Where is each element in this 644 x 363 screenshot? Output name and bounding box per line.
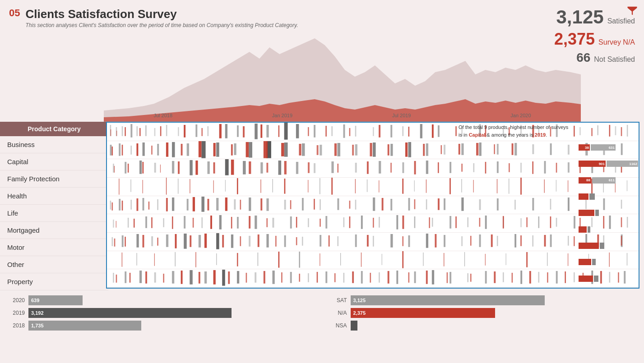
svg-rect-312 bbox=[166, 234, 168, 247]
category-item-life[interactable]: Life bbox=[0, 205, 108, 222]
svg-rect-69 bbox=[157, 144, 159, 156]
svg-rect-349 bbox=[275, 236, 277, 247]
svg-rect-186 bbox=[426, 179, 426, 193]
svg-rect-339 bbox=[114, 239, 116, 247]
svg-rect-161 bbox=[367, 161, 369, 174]
svg-rect-150 bbox=[143, 162, 144, 174]
svg-rect-310 bbox=[136, 234, 139, 248]
svg-rect-72 bbox=[201, 141, 205, 158]
svg-rect-27 bbox=[420, 124, 422, 138]
svg-rect-299 bbox=[429, 217, 430, 228]
svg-rect-379 bbox=[299, 252, 300, 268]
svg-rect-251 bbox=[349, 201, 351, 209]
svg-rect-50 bbox=[308, 127, 309, 136]
bar-fill-na: 2,375 bbox=[351, 308, 495, 318]
svg-rect-109 bbox=[299, 144, 301, 156]
svg-rect-324 bbox=[373, 236, 374, 247]
svg-rect-190 bbox=[520, 178, 522, 195]
svg-rect-315 bbox=[216, 233, 219, 249]
svg-rect-5 bbox=[122, 126, 123, 136]
time-label-jan2020: Jan 2020 bbox=[510, 113, 531, 118]
right-stat-family: 88 611 bbox=[579, 173, 642, 188]
svg-rect-181 bbox=[308, 180, 308, 193]
category-item-business[interactable]: Business bbox=[0, 136, 108, 153]
svg-rect-125 bbox=[154, 163, 156, 173]
time-series-svg bbox=[104, 34, 581, 124]
svg-rect-368 bbox=[361, 253, 361, 267]
svg-rect-6 bbox=[130, 124, 132, 138]
right-gray-bar-business: 631 bbox=[591, 144, 616, 151]
svg-rect-10 bbox=[166, 125, 167, 136]
svg-rect-134 bbox=[314, 163, 315, 173]
svg-rect-327 bbox=[426, 234, 428, 248]
svg-rect-128 bbox=[208, 161, 210, 174]
svg-rect-401 bbox=[325, 271, 327, 283]
svg-rect-428 bbox=[264, 271, 265, 284]
svg-rect-266 bbox=[308, 218, 309, 227]
svg-rect-359 bbox=[574, 236, 575, 246]
svg-rect-370 bbox=[444, 253, 444, 267]
category-item-property[interactable]: Property bbox=[0, 273, 108, 290]
svg-rect-36 bbox=[597, 125, 598, 135]
svg-rect-103 bbox=[199, 141, 202, 157]
svg-rect-183 bbox=[355, 179, 356, 193]
svg-rect-81 bbox=[355, 144, 357, 156]
svg-rect-426 bbox=[228, 271, 230, 284]
svg-rect-383 bbox=[464, 252, 465, 267]
summary-highlight-capital: Capital bbox=[469, 132, 486, 138]
svg-rect-225 bbox=[390, 199, 392, 211]
svg-rect-136 bbox=[355, 163, 357, 173]
svg-rect-210 bbox=[143, 198, 144, 211]
svg-rect-152 bbox=[178, 161, 180, 174]
svg-rect-388 bbox=[113, 273, 114, 283]
svg-rect-154 bbox=[213, 162, 215, 174]
svg-rect-322 bbox=[337, 236, 338, 246]
svg-rect-304 bbox=[550, 216, 551, 228]
svg-rect-11 bbox=[178, 127, 179, 136]
right-gray-bar-health bbox=[589, 193, 595, 200]
svg-rect-411 bbox=[503, 272, 504, 282]
svg-rect-415 bbox=[574, 272, 575, 282]
svg-rect-9 bbox=[154, 128, 156, 136]
category-item-health[interactable]: Health bbox=[0, 188, 108, 205]
bottom-bar-row-na: N/A 2,375 bbox=[331, 308, 635, 318]
right-red-bar-other bbox=[579, 259, 591, 265]
svg-rect-43 bbox=[160, 126, 162, 136]
category-item-family-protection[interactable]: Family Protection bbox=[0, 170, 108, 188]
svg-rect-121 bbox=[512, 143, 514, 155]
page-header: 05 Clients Satisfaction Survey This sect… bbox=[0, 0, 644, 32]
svg-rect-18 bbox=[284, 123, 288, 140]
category-item-other[interactable]: Other bbox=[0, 256, 108, 273]
svg-rect-365 bbox=[237, 253, 238, 267]
category-item-capital[interactable]: Capital bbox=[0, 153, 108, 170]
summary-prefix: Of the total bbox=[459, 124, 484, 130]
svg-rect-323 bbox=[355, 234, 357, 247]
svg-rect-254 bbox=[438, 198, 440, 210]
svg-rect-442 bbox=[529, 271, 531, 284]
svg-rect-326 bbox=[408, 235, 410, 247]
right-gray-bar-life bbox=[595, 210, 599, 216]
svg-rect-427 bbox=[246, 273, 247, 283]
bar-label-sat: SAT bbox=[331, 297, 347, 303]
svg-rect-195 bbox=[130, 179, 131, 192]
svg-rect-253 bbox=[414, 199, 416, 209]
right-red-bar-family: 88 bbox=[579, 177, 591, 184]
svg-rect-397 bbox=[255, 272, 256, 283]
category-item-motor[interactable]: Motor bbox=[0, 239, 108, 256]
svg-rect-217 bbox=[249, 198, 251, 211]
svg-rect-437 bbox=[426, 271, 428, 284]
chart-row-capital bbox=[107, 141, 639, 160]
svg-rect-227 bbox=[426, 199, 427, 210]
category-item-mortgaged[interactable]: Mortgaged bbox=[0, 222, 108, 239]
svg-rect-38 bbox=[627, 125, 628, 137]
svg-rect-258 bbox=[163, 218, 164, 227]
svg-rect-115 bbox=[405, 142, 408, 157]
bar-label-2018: 2018 bbox=[9, 322, 25, 329]
svg-rect-314 bbox=[199, 235, 201, 248]
time-axis: Jul 2018 Jan 2019 Jul 2019 Jan 2020 bbox=[104, 113, 581, 118]
svg-rect-331 bbox=[497, 236, 498, 246]
svg-rect-46 bbox=[219, 124, 222, 138]
svg-rect-325 bbox=[390, 234, 393, 248]
svg-rect-268 bbox=[343, 217, 345, 227]
svg-rect-348 bbox=[258, 234, 259, 247]
